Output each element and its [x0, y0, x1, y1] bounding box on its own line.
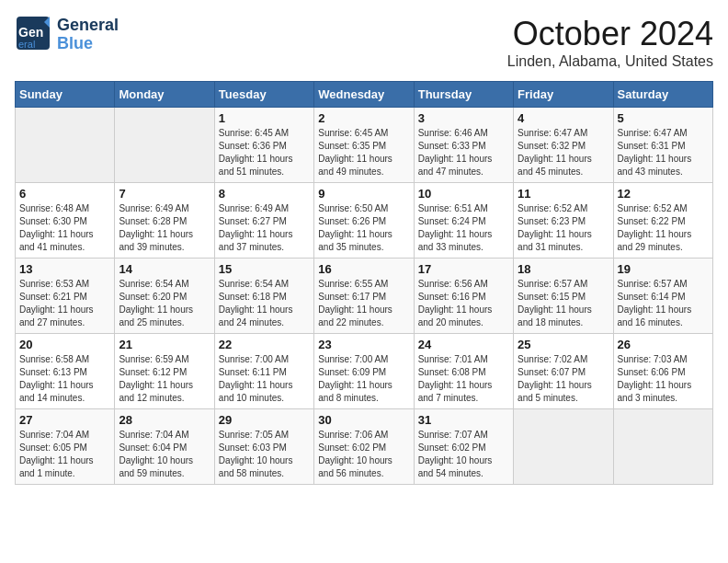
col-wednesday: Wednesday: [314, 82, 414, 108]
logo-blue: Blue: [57, 35, 119, 53]
svg-text:Gen: Gen: [18, 25, 43, 40]
day-info: Sunrise: 7:03 AMSunset: 6:06 PMDaylight:…: [618, 353, 709, 405]
day-info: Sunrise: 6:50 AMSunset: 6:26 PMDaylight:…: [318, 202, 409, 254]
day-info: Sunrise: 6:58 AMSunset: 6:13 PMDaylight:…: [19, 353, 110, 405]
day-number: 23: [318, 338, 409, 351]
calendar-title: October 2024: [507, 15, 713, 53]
calendar-cell: 26Sunrise: 7:03 AMSunset: 6:06 PMDayligh…: [613, 334, 712, 409]
calendar-week-4: 20Sunrise: 6:58 AMSunset: 6:13 PMDayligh…: [16, 334, 713, 409]
day-number: 26: [618, 338, 709, 351]
calendar-cell: 16Sunrise: 6:55 AMSunset: 6:17 PMDayligh…: [314, 259, 414, 334]
day-number: 2: [318, 111, 409, 125]
calendar-cell: 22Sunrise: 7:00 AMSunset: 6:11 PMDayligh…: [214, 334, 313, 409]
day-number: 29: [219, 413, 310, 427]
calendar-cell: 29Sunrise: 7:05 AMSunset: 6:03 PMDayligh…: [214, 409, 313, 485]
day-number: 5: [618, 111, 709, 125]
logo-general: General: [57, 17, 119, 35]
day-number: 6: [19, 187, 110, 201]
day-info: Sunrise: 7:02 AMSunset: 6:07 PMDaylight:…: [518, 353, 609, 405]
day-info: Sunrise: 6:56 AMSunset: 6:16 PMDaylight:…: [418, 278, 509, 329]
day-info: Sunrise: 7:00 AMSunset: 6:09 PMDaylight:…: [318, 353, 409, 405]
day-number: 9: [318, 187, 409, 201]
day-info: Sunrise: 7:04 AMSunset: 6:04 PMDaylight:…: [119, 429, 210, 480]
calendar-cell: 2Sunrise: 6:45 AMSunset: 6:35 PMDaylight…: [314, 108, 414, 183]
col-saturday: Saturday: [613, 82, 712, 108]
day-number: 20: [19, 338, 110, 351]
day-number: 27: [19, 413, 110, 427]
day-info: Sunrise: 7:01 AMSunset: 6:08 PMDaylight:…: [418, 353, 509, 405]
calendar-cell: 30Sunrise: 7:06 AMSunset: 6:02 PMDayligh…: [314, 409, 414, 485]
day-number: 31: [418, 413, 509, 427]
day-info: Sunrise: 6:52 AMSunset: 6:23 PMDaylight:…: [518, 202, 609, 254]
calendar-cell: 7Sunrise: 6:49 AMSunset: 6:28 PMDaylight…: [115, 183, 214, 259]
day-number: 28: [119, 413, 210, 427]
calendar-cell: 25Sunrise: 7:02 AMSunset: 6:07 PMDayligh…: [514, 334, 613, 409]
day-info: Sunrise: 6:52 AMSunset: 6:22 PMDaylight:…: [618, 202, 709, 254]
logo: Gen eral General Blue: [15, 15, 119, 55]
day-number: 14: [119, 262, 210, 276]
calendar-cell: 10Sunrise: 6:51 AMSunset: 6:24 PMDayligh…: [414, 183, 513, 259]
col-friday: Friday: [514, 82, 613, 108]
day-info: Sunrise: 7:04 AMSunset: 6:05 PMDaylight:…: [19, 429, 110, 480]
day-number: 15: [219, 262, 310, 276]
calendar-body: 1Sunrise: 6:45 AMSunset: 6:36 PMDaylight…: [16, 108, 713, 485]
day-info: Sunrise: 6:49 AMSunset: 6:28 PMDaylight:…: [119, 202, 210, 254]
day-number: 24: [418, 338, 509, 351]
calendar-cell: 19Sunrise: 6:57 AMSunset: 6:14 PMDayligh…: [613, 259, 712, 334]
calendar-cell: 6Sunrise: 6:48 AMSunset: 6:30 PMDaylight…: [16, 183, 115, 259]
calendar-week-2: 6Sunrise: 6:48 AMSunset: 6:30 PMDaylight…: [16, 183, 713, 259]
day-number: 19: [618, 262, 709, 276]
day-number: 11: [518, 187, 609, 201]
day-info: Sunrise: 6:59 AMSunset: 6:12 PMDaylight:…: [119, 353, 210, 405]
calendar-cell: [115, 108, 214, 183]
day-info: Sunrise: 7:00 AMSunset: 6:11 PMDaylight:…: [219, 353, 310, 405]
calendar-cell: 5Sunrise: 6:47 AMSunset: 6:31 PMDaylight…: [613, 108, 712, 183]
calendar-cell: 28Sunrise: 7:04 AMSunset: 6:04 PMDayligh…: [115, 409, 214, 485]
calendar-cell: 17Sunrise: 6:56 AMSunset: 6:16 PMDayligh…: [414, 259, 513, 334]
day-number: 1: [219, 111, 310, 125]
day-info: Sunrise: 6:47 AMSunset: 6:32 PMDaylight:…: [518, 127, 609, 178]
calendar-header: Sunday Monday Tuesday Wednesday Thursday…: [16, 82, 713, 108]
calendar-week-5: 27Sunrise: 7:04 AMSunset: 6:05 PMDayligh…: [16, 409, 713, 485]
day-number: 17: [418, 262, 509, 276]
calendar-cell: 20Sunrise: 6:58 AMSunset: 6:13 PMDayligh…: [16, 334, 115, 409]
day-info: Sunrise: 6:54 AMSunset: 6:18 PMDaylight:…: [219, 278, 310, 329]
day-number: 18: [518, 262, 609, 276]
calendar-cell: 12Sunrise: 6:52 AMSunset: 6:22 PMDayligh…: [613, 183, 712, 259]
calendar-cell: 18Sunrise: 6:57 AMSunset: 6:15 PMDayligh…: [514, 259, 613, 334]
day-number: 30: [318, 413, 409, 427]
day-info: Sunrise: 7:06 AMSunset: 6:02 PMDaylight:…: [318, 429, 409, 480]
day-info: Sunrise: 6:45 AMSunset: 6:35 PMDaylight:…: [318, 127, 409, 178]
calendar-cell: 14Sunrise: 6:54 AMSunset: 6:20 PMDayligh…: [115, 259, 214, 334]
day-info: Sunrise: 6:57 AMSunset: 6:15 PMDaylight:…: [518, 278, 609, 329]
day-number: 21: [119, 338, 210, 351]
day-number: 13: [19, 262, 110, 276]
day-info: Sunrise: 7:05 AMSunset: 6:03 PMDaylight:…: [219, 429, 310, 480]
day-info: Sunrise: 6:55 AMSunset: 6:17 PMDaylight:…: [318, 278, 409, 329]
col-tuesday: Tuesday: [214, 82, 313, 108]
calendar-subtitle: Linden, Alabama, United States: [507, 53, 713, 70]
day-number: 12: [618, 187, 709, 201]
day-info: Sunrise: 6:46 AMSunset: 6:33 PMDaylight:…: [418, 127, 509, 178]
svg-text:eral: eral: [18, 39, 35, 50]
day-info: Sunrise: 6:49 AMSunset: 6:27 PMDaylight:…: [219, 202, 310, 254]
calendar-cell: [613, 409, 712, 485]
calendar-cell: 27Sunrise: 7:04 AMSunset: 6:05 PMDayligh…: [16, 409, 115, 485]
page-header: Gen eral General Blue October 2024 Linde…: [15, 15, 713, 70]
calendar-cell: 23Sunrise: 7:00 AMSunset: 6:09 PMDayligh…: [314, 334, 414, 409]
day-info: Sunrise: 6:53 AMSunset: 6:21 PMDaylight:…: [19, 278, 110, 329]
calendar-cell: 11Sunrise: 6:52 AMSunset: 6:23 PMDayligh…: [514, 183, 613, 259]
calendar-cell: 21Sunrise: 6:59 AMSunset: 6:12 PMDayligh…: [115, 334, 214, 409]
calendar-week-3: 13Sunrise: 6:53 AMSunset: 6:21 PMDayligh…: [16, 259, 713, 334]
day-number: 4: [518, 111, 609, 125]
calendar-cell: 13Sunrise: 6:53 AMSunset: 6:21 PMDayligh…: [16, 259, 115, 334]
calendar-cell: 4Sunrise: 6:47 AMSunset: 6:32 PMDaylight…: [514, 108, 613, 183]
day-number: 25: [518, 338, 609, 351]
calendar-cell: 9Sunrise: 6:50 AMSunset: 6:26 PMDaylight…: [314, 183, 414, 259]
calendar-cell: 31Sunrise: 7:07 AMSunset: 6:02 PMDayligh…: [414, 409, 513, 485]
calendar-cell: [16, 108, 115, 183]
day-number: 10: [418, 187, 509, 201]
col-thursday: Thursday: [414, 82, 513, 108]
col-monday: Monday: [115, 82, 214, 108]
calendar-cell: 8Sunrise: 6:49 AMSunset: 6:27 PMDaylight…: [214, 183, 313, 259]
